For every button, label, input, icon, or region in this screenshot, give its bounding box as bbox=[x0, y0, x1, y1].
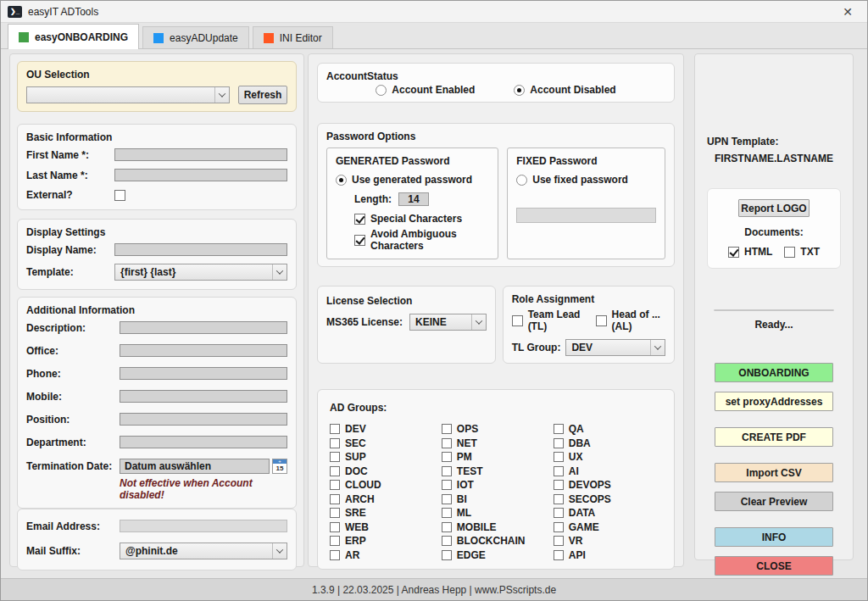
ad-group-label: VR bbox=[569, 535, 583, 547]
ad-group-web-checkbox[interactable] bbox=[330, 522, 340, 532]
set-proxyaddresses-button[interactable]: set proxyAddresses bbox=[715, 392, 833, 411]
report-logo-button[interactable]: Report LOGO bbox=[738, 199, 810, 217]
phone-input[interactable] bbox=[120, 367, 287, 380]
ad-group-label: NET bbox=[457, 437, 477, 449]
account-enabled-radio[interactable] bbox=[376, 85, 387, 96]
email-address-input[interactable] bbox=[120, 520, 287, 532]
tab-label: INI Editor bbox=[280, 32, 322, 44]
last-name-input[interactable] bbox=[114, 169, 287, 181]
refresh-button[interactable]: Refresh bbox=[238, 86, 287, 104]
ad-group-blockchain-checkbox[interactable] bbox=[442, 536, 452, 546]
ad-group-label: EDGE bbox=[457, 549, 486, 561]
ad-group-ar-checkbox[interactable] bbox=[330, 550, 340, 560]
ad-group-cloud-checkbox[interactable] bbox=[330, 480, 340, 490]
html-checkbox[interactable] bbox=[728, 247, 739, 258]
length-input[interactable]: 14 bbox=[398, 192, 429, 206]
use-generated-password-radio[interactable] bbox=[336, 175, 347, 186]
tab-strip: easyONBOARDINGeasyADUpdateINI Editor bbox=[1, 23, 867, 49]
ad-group-ai-checkbox[interactable] bbox=[554, 466, 564, 476]
ad-group-vr-checkbox[interactable] bbox=[554, 536, 564, 546]
ad-group-row: NET bbox=[442, 437, 554, 451]
close-button[interactable]: CLOSE bbox=[715, 556, 833, 576]
email-panel: Email Address: Mail Suffix: @phinit.de bbox=[17, 509, 297, 570]
avoid-ambiguous-checkbox[interactable] bbox=[354, 235, 365, 246]
ad-groups-column: OPSNETPMTESTIOTBIMLMOBILEBLOCKCHAINEDGE bbox=[442, 422, 554, 562]
license-selection-title: License Selection bbox=[326, 295, 487, 307]
ad-group-label: ERP bbox=[345, 535, 366, 547]
display-name-input[interactable] bbox=[114, 243, 287, 256]
ad-group-ux-checkbox[interactable] bbox=[554, 452, 564, 462]
mail-suffix-combobox[interactable]: @phinit.de bbox=[120, 543, 287, 559]
account-disabled-radio[interactable] bbox=[514, 85, 525, 96]
display-settings-title: Display Settings bbox=[26, 226, 287, 238]
position-input[interactable] bbox=[120, 413, 287, 426]
ad-group-secops-checkbox[interactable] bbox=[554, 494, 564, 504]
ad-group-arch-checkbox[interactable] bbox=[330, 494, 340, 504]
clear-preview-button[interactable]: Clear Preview bbox=[715, 492, 833, 511]
tl-group-value: DEV bbox=[566, 340, 650, 355]
additional-information-title: Additional Information bbox=[26, 304, 287, 316]
close-window-icon[interactable]: ✕ bbox=[835, 5, 860, 19]
description-input[interactable] bbox=[120, 321, 287, 334]
head-of-label: Head of ... (AL) bbox=[612, 309, 665, 332]
head-of-checkbox[interactable] bbox=[596, 315, 607, 326]
mobile-input[interactable] bbox=[120, 390, 287, 403]
ms365-license-combobox[interactable]: KEINE bbox=[409, 314, 487, 331]
office-input[interactable] bbox=[120, 344, 287, 357]
ad-group-sre-checkbox[interactable] bbox=[330, 508, 340, 518]
txt-checkbox[interactable] bbox=[784, 247, 795, 258]
ad-group-game-checkbox[interactable] bbox=[554, 522, 564, 532]
use-fixed-password-radio[interactable] bbox=[516, 175, 527, 186]
ad-group-sec-checkbox[interactable] bbox=[330, 438, 340, 448]
ad-group-label: ML bbox=[457, 507, 471, 519]
ad-group-test-checkbox[interactable] bbox=[442, 466, 452, 476]
ad-group-label: API bbox=[569, 549, 586, 561]
tab-easyonboarding[interactable]: easyONBOARDING bbox=[8, 24, 139, 49]
ad-group-label: DOC bbox=[345, 465, 368, 477]
ad-group-edge-checkbox[interactable] bbox=[442, 550, 452, 560]
ou-combobox[interactable] bbox=[26, 86, 230, 103]
ad-group-doc-checkbox[interactable] bbox=[330, 466, 340, 476]
ad-group-net-checkbox[interactable] bbox=[442, 438, 452, 448]
create-pdf-button[interactable]: CREATE PDF bbox=[715, 427, 833, 447]
ad-group-label: OPS bbox=[457, 423, 478, 435]
tab-easyadupdate[interactable]: easyADUpdate bbox=[142, 26, 249, 48]
department-input[interactable] bbox=[120, 436, 287, 448]
ad-group-qa-checkbox[interactable] bbox=[554, 424, 564, 434]
ad-group-sup-checkbox[interactable] bbox=[330, 452, 340, 462]
calendar-icon[interactable]: + 15 bbox=[272, 459, 287, 474]
ad-group-ml-checkbox[interactable] bbox=[442, 508, 452, 518]
fixed-password-input[interactable] bbox=[516, 208, 656, 223]
onboarding-button[interactable]: ONBOARDING bbox=[715, 363, 833, 382]
status-bar: 1.3.9 | 22.03.2025 | Andreas Hepp | www.… bbox=[1, 578, 867, 600]
ad-group-pm-checkbox[interactable] bbox=[442, 452, 452, 462]
ad-group-iot-checkbox[interactable] bbox=[442, 480, 452, 490]
ad-group-data-checkbox[interactable] bbox=[554, 508, 564, 518]
password-options-title: Password Options bbox=[326, 131, 665, 142]
ad-group-api-checkbox[interactable] bbox=[554, 550, 564, 560]
special-characters-checkbox[interactable] bbox=[354, 214, 365, 225]
ad-group-erp-checkbox[interactable] bbox=[330, 536, 340, 546]
tl-group-combobox[interactable]: DEV bbox=[565, 339, 665, 356]
ad-group-row: BI bbox=[442, 492, 554, 507]
info-button[interactable]: INFO bbox=[715, 527, 833, 547]
avoid-ambiguous-label: Avoid Ambiguous Characters bbox=[370, 228, 489, 252]
ad-group-ops-checkbox[interactable] bbox=[442, 424, 452, 434]
ad-group-dba-checkbox[interactable] bbox=[554, 438, 564, 448]
template-combobox[interactable]: {first} {last} bbox=[114, 264, 287, 281]
ad-group-label: SRE bbox=[345, 507, 366, 519]
ad-group-bi-checkbox[interactable] bbox=[442, 494, 452, 504]
first-name-input[interactable] bbox=[114, 148, 287, 161]
import-csv-button[interactable]: Import CSV bbox=[715, 463, 833, 482]
tab-ini-editor[interactable]: INI Editor bbox=[253, 26, 333, 48]
termination-date-input[interactable]: Datum auswählen bbox=[120, 459, 270, 474]
ad-group-label: QA bbox=[569, 423, 584, 435]
mail-suffix-value: @phinit.de bbox=[120, 543, 272, 559]
team-lead-checkbox[interactable] bbox=[512, 315, 523, 326]
ad-group-devops-checkbox[interactable] bbox=[554, 480, 564, 490]
ad-group-mobile-checkbox[interactable] bbox=[442, 522, 452, 532]
ad-group-dev-checkbox[interactable] bbox=[330, 424, 340, 434]
external-checkbox[interactable] bbox=[114, 190, 125, 201]
template-combobox-value: {first} {last} bbox=[115, 264, 272, 280]
ad-group-label: DATA bbox=[569, 507, 596, 519]
